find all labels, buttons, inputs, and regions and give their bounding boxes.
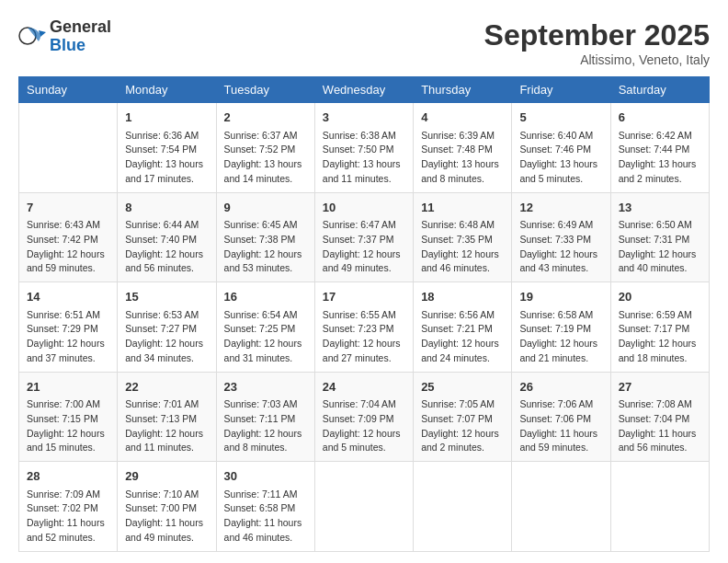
day-number: 27 <box>619 378 701 396</box>
day-number: 15 <box>125 288 208 306</box>
calendar-cell: 13Sunrise: 6:50 AMSunset: 7:31 PMDayligh… <box>610 192 709 282</box>
day-number: 14 <box>27 288 109 306</box>
day-number: 29 <box>125 467 208 486</box>
day-info: Sunrise: 7:01 AMSunset: 7:13 PMDaylight:… <box>125 397 208 455</box>
calendar-cell: 28Sunrise: 7:09 AMSunset: 7:02 PMDayligh… <box>19 462 118 552</box>
header-row: SundayMondayTuesdayWednesdayThursdayFrid… <box>19 77 710 103</box>
day-number: 26 <box>519 378 602 396</box>
calendar-cell: 17Sunrise: 6:55 AMSunset: 7:23 PMDayligh… <box>314 282 413 373</box>
day-info: Sunrise: 6:45 AMSunset: 7:38 PMDaylight:… <box>224 218 307 276</box>
day-number: 16 <box>224 288 307 306</box>
day-info: Sunrise: 6:39 AMSunset: 7:48 PMDaylight:… <box>421 129 504 187</box>
day-info: Sunrise: 6:54 AMSunset: 7:25 PMDaylight:… <box>224 308 307 366</box>
header-day-monday: Monday <box>118 77 216 103</box>
header-day-tuesday: Tuesday <box>216 77 314 103</box>
header-day-wednesday: Wednesday <box>314 77 413 103</box>
calendar-cell <box>512 462 610 552</box>
logo-icon <box>18 23 46 51</box>
calendar-header: SundayMondayTuesdayWednesdayThursdayFrid… <box>19 77 710 103</box>
day-info: Sunrise: 7:00 AMSunset: 7:15 PMDaylight:… <box>27 397 109 455</box>
day-info: Sunrise: 6:59 AMSunset: 7:17 PMDaylight:… <box>619 308 701 366</box>
title-block: September 2025 Altissimo, Veneto, Italy <box>484 18 710 67</box>
day-info: Sunrise: 7:06 AMSunset: 7:06 PMDaylight:… <box>519 397 602 455</box>
day-info: Sunrise: 6:40 AMSunset: 7:46 PMDaylight:… <box>519 129 602 187</box>
day-number: 4 <box>421 109 504 127</box>
day-number: 18 <box>421 288 504 306</box>
week-row-3: 21Sunrise: 7:00 AMSunset: 7:15 PMDayligh… <box>19 372 710 462</box>
calendar-cell: 19Sunrise: 6:58 AMSunset: 7:19 PMDayligh… <box>512 282 610 373</box>
logo-text: General Blue <box>50 18 111 55</box>
calendar-cell: 6Sunrise: 6:42 AMSunset: 7:44 PMDaylight… <box>610 103 709 193</box>
logo: General Blue <box>18 18 111 55</box>
day-number: 28 <box>27 467 109 486</box>
page-header: General Blue September 2025 Altissimo, V… <box>18 18 710 67</box>
calendar-cell: 9Sunrise: 6:45 AMSunset: 7:38 PMDaylight… <box>216 192 314 282</box>
day-info: Sunrise: 6:48 AMSunset: 7:35 PMDaylight:… <box>421 218 504 276</box>
week-row-4: 28Sunrise: 7:09 AMSunset: 7:02 PMDayligh… <box>19 462 710 552</box>
calendar-cell: 16Sunrise: 6:54 AMSunset: 7:25 PMDayligh… <box>216 282 314 373</box>
day-number: 19 <box>519 288 602 306</box>
day-number: 24 <box>323 378 405 396</box>
day-info: Sunrise: 7:08 AMSunset: 7:04 PMDaylight:… <box>619 397 701 455</box>
week-row-0: 1Sunrise: 6:36 AMSunset: 7:54 PMDaylight… <box>19 103 710 193</box>
day-number: 21 <box>27 378 109 396</box>
calendar-cell <box>19 103 118 193</box>
day-number: 6 <box>619 109 701 127</box>
header-day-sunday: Sunday <box>19 77 118 103</box>
calendar-cell: 22Sunrise: 7:01 AMSunset: 7:13 PMDayligh… <box>118 372 216 462</box>
calendar-cell: 21Sunrise: 7:00 AMSunset: 7:15 PMDayligh… <box>19 372 118 462</box>
day-number: 20 <box>619 288 701 306</box>
month-title: September 2025 <box>484 18 710 52</box>
day-info: Sunrise: 6:58 AMSunset: 7:19 PMDaylight:… <box>519 308 602 366</box>
day-info: Sunrise: 6:50 AMSunset: 7:31 PMDaylight:… <box>619 218 701 276</box>
calendar-cell: 27Sunrise: 7:08 AMSunset: 7:04 PMDayligh… <box>610 372 709 462</box>
header-day-friday: Friday <box>512 77 610 103</box>
calendar-cell <box>414 462 512 552</box>
calendar-cell: 30Sunrise: 7:11 AMSunset: 6:58 PMDayligh… <box>216 462 314 552</box>
week-row-2: 14Sunrise: 6:51 AMSunset: 7:29 PMDayligh… <box>19 282 710 373</box>
day-info: Sunrise: 6:56 AMSunset: 7:21 PMDaylight:… <box>421 308 504 366</box>
location: Altissimo, Veneto, Italy <box>484 52 710 67</box>
day-info: Sunrise: 6:47 AMSunset: 7:37 PMDaylight:… <box>323 218 405 276</box>
day-info: Sunrise: 6:51 AMSunset: 7:29 PMDaylight:… <box>27 308 109 366</box>
calendar-cell: 20Sunrise: 6:59 AMSunset: 7:17 PMDayligh… <box>610 282 709 373</box>
day-info: Sunrise: 6:37 AMSunset: 7:52 PMDaylight:… <box>224 129 307 187</box>
calendar-cell: 18Sunrise: 6:56 AMSunset: 7:21 PMDayligh… <box>414 282 512 373</box>
day-info: Sunrise: 6:38 AMSunset: 7:50 PMDaylight:… <box>323 129 405 187</box>
day-info: Sunrise: 7:11 AMSunset: 6:58 PMDaylight:… <box>224 488 307 546</box>
day-info: Sunrise: 7:09 AMSunset: 7:02 PMDaylight:… <box>27 488 109 546</box>
day-number: 30 <box>224 467 307 486</box>
day-number: 17 <box>323 288 405 306</box>
day-info: Sunrise: 6:53 AMSunset: 7:27 PMDaylight:… <box>125 308 208 366</box>
logo-blue: Blue <box>50 37 111 55</box>
calendar-cell: 8Sunrise: 6:44 AMSunset: 7:40 PMDaylight… <box>118 192 216 282</box>
calendar-cell: 2Sunrise: 6:37 AMSunset: 7:52 PMDaylight… <box>216 103 314 193</box>
calendar-cell: 26Sunrise: 7:06 AMSunset: 7:06 PMDayligh… <box>512 372 610 462</box>
day-info: Sunrise: 6:55 AMSunset: 7:23 PMDaylight:… <box>323 308 405 366</box>
day-number: 13 <box>619 199 701 217</box>
calendar-cell: 4Sunrise: 6:39 AMSunset: 7:48 PMDaylight… <box>414 103 512 193</box>
day-number: 25 <box>421 378 504 396</box>
calendar-cell: 25Sunrise: 7:05 AMSunset: 7:07 PMDayligh… <box>414 372 512 462</box>
day-number: 1 <box>125 109 208 127</box>
day-number: 3 <box>323 109 405 127</box>
calendar-cell: 11Sunrise: 6:48 AMSunset: 7:35 PMDayligh… <box>414 192 512 282</box>
calendar-body: 1Sunrise: 6:36 AMSunset: 7:54 PMDaylight… <box>19 103 710 552</box>
day-number: 10 <box>323 199 405 217</box>
day-number: 8 <box>125 199 208 217</box>
calendar-cell: 7Sunrise: 6:43 AMSunset: 7:42 PMDaylight… <box>19 192 118 282</box>
calendar-cell: 14Sunrise: 6:51 AMSunset: 7:29 PMDayligh… <box>19 282 118 373</box>
calendar-cell: 15Sunrise: 6:53 AMSunset: 7:27 PMDayligh… <box>118 282 216 373</box>
calendar-table: SundayMondayTuesdayWednesdayThursdayFrid… <box>18 76 710 552</box>
day-info: Sunrise: 6:42 AMSunset: 7:44 PMDaylight:… <box>619 129 701 187</box>
week-row-1: 7Sunrise: 6:43 AMSunset: 7:42 PMDaylight… <box>19 192 710 282</box>
calendar-cell: 29Sunrise: 7:10 AMSunset: 7:00 PMDayligh… <box>118 462 216 552</box>
day-info: Sunrise: 7:05 AMSunset: 7:07 PMDaylight:… <box>421 397 504 455</box>
calendar-cell: 24Sunrise: 7:04 AMSunset: 7:09 PMDayligh… <box>314 372 413 462</box>
day-number: 23 <box>224 378 307 396</box>
calendar-cell <box>314 462 413 552</box>
day-number: 12 <box>519 199 602 217</box>
day-info: Sunrise: 6:49 AMSunset: 7:33 PMDaylight:… <box>519 218 602 276</box>
logo-general: General <box>50 18 111 37</box>
calendar-cell: 23Sunrise: 7:03 AMSunset: 7:11 PMDayligh… <box>216 372 314 462</box>
